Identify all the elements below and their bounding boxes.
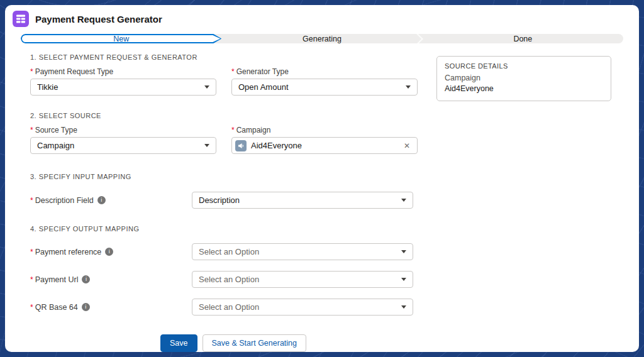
source-type-label: * Source Type [30, 126, 216, 135]
description-field-row: * Description Field i Description [30, 192, 611, 209]
generator-type-field: * Generator Type Open Amount [231, 67, 418, 96]
payment-request-type-label: * Payment Request Type [30, 67, 216, 76]
path-stage-label: Done [513, 35, 532, 43]
source-type-field: * Source Type Campaign [30, 126, 216, 154]
campaign-selected-value: Aid4Everyone [251, 141, 402, 150]
section-output-mapping: 4. Specify Output Mapping * Payment refe… [30, 225, 611, 316]
payment-reference-label: * Payment reference i [30, 248, 192, 256]
payment-request-type-field: * Payment Request Type Tikkie [30, 67, 216, 96]
required-marker: * [30, 196, 33, 205]
payment-request-generator-window: Payment Request Generator New Generating… [5, 5, 639, 352]
qr-base64-row: * QR Base 64 i Select an Option [30, 299, 611, 316]
payment-reference-row: * Payment reference i Select an Option [30, 243, 611, 260]
info-icon[interactable]: i [105, 248, 113, 256]
payment-url-row: * Payment Url i Select an Option [30, 271, 611, 288]
campaign-lookup[interactable]: Aid4Everyone ✕ [231, 137, 418, 154]
payment-request-type-select[interactable]: Tikkie [30, 79, 216, 96]
save-button[interactable]: Save [160, 334, 197, 352]
page-title: Payment Request Generator [35, 14, 162, 25]
section-title: 2. Select Source [30, 112, 436, 119]
section-input-mapping: 3. Specify Input Mapping * Description F… [30, 173, 611, 209]
source-type-select[interactable]: Campaign [30, 137, 216, 154]
source-details-type: Campaign [445, 73, 603, 84]
generator-type-select[interactable]: Open Amount [231, 79, 418, 96]
payment-url-label: * Payment Url i [30, 275, 192, 284]
path-stage-generating[interactable]: Generating [221, 34, 422, 43]
campaign-label: * Campaign [231, 126, 418, 135]
campaign-record-icon [235, 140, 247, 151]
section-title: 3. Specify Input Mapping [30, 173, 611, 180]
required-marker: * [30, 126, 33, 135]
form-content: 1. Select Payment Request & Generator * … [5, 43, 639, 352]
required-marker: * [30, 248, 33, 256]
chevron-down-icon [401, 278, 406, 281]
required-marker: * [231, 67, 235, 76]
qr-base64-select[interactable]: Select an Option [192, 299, 413, 316]
chevron-down-icon [401, 199, 406, 202]
path-stage-done[interactable]: Done [423, 34, 623, 43]
section-select-payment-request-generator: 1. Select Payment Request & Generator * … [30, 53, 436, 154]
chevron-down-icon [406, 85, 411, 89]
info-icon[interactable]: i [82, 303, 90, 311]
clear-selection-icon[interactable]: ✕ [402, 141, 411, 151]
source-details-title: Source Details [445, 62, 603, 70]
path-stage-label: New [113, 35, 129, 43]
info-icon[interactable]: i [82, 275, 90, 283]
payment-url-select[interactable]: Select an Option [192, 271, 413, 288]
section-select-source: 2. Select Source * Source Type Campaign [30, 112, 436, 154]
payment-reference-select[interactable]: Select an Option [192, 243, 413, 260]
required-marker: * [30, 303, 33, 312]
campaign-field: * Campaign [231, 126, 418, 154]
save-and-start-generating-button[interactable]: Save & Start Generating [203, 334, 307, 352]
source-details-panel: Source Details Campaign Aid4Everyone [436, 56, 611, 101]
path-stage-new[interactable]: New [21, 34, 221, 43]
chevron-down-icon [204, 144, 209, 147]
chevron-down-icon [204, 85, 209, 89]
description-field-label: * Description Field i [30, 196, 192, 205]
description-field-select[interactable]: Description [192, 192, 413, 209]
section-title: 4. Specify Output Mapping [30, 225, 611, 233]
info-icon[interactable]: i [97, 196, 106, 204]
form-actions: Save Save & Start Generating [160, 334, 611, 352]
required-marker: * [30, 275, 33, 284]
chevron-down-icon [401, 250, 406, 253]
section-title: 1. Select Payment Request & Generator [30, 53, 436, 61]
progress-path: New Generating Done [21, 34, 623, 43]
app-icon [13, 11, 29, 27]
generator-type-label: * Generator Type [231, 67, 418, 76]
required-marker: * [231, 126, 235, 135]
required-marker: * [30, 67, 33, 76]
app-header: Payment Request Generator [5, 5, 639, 31]
source-details-name: Aid4Everyone [445, 84, 603, 94]
chevron-down-icon [401, 305, 406, 309]
qr-base64-label: * QR Base 64 i [30, 303, 192, 312]
path-stage-label: Generating [303, 35, 341, 43]
